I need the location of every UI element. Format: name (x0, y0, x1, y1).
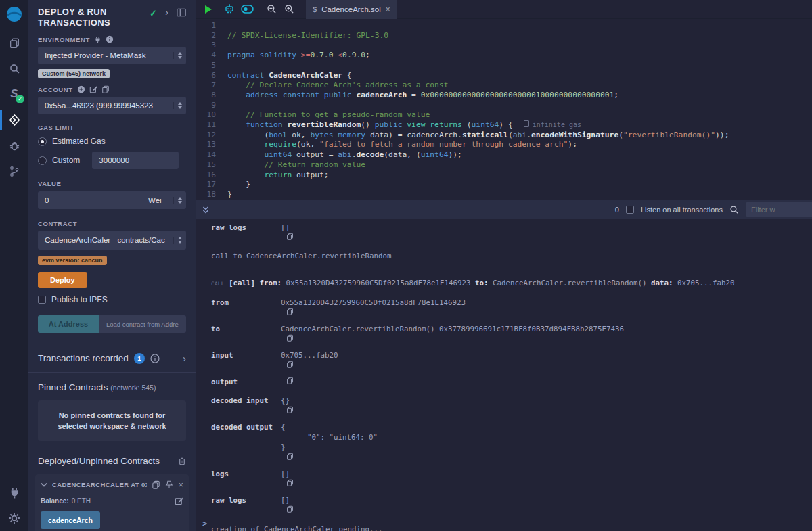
code-editor[interactable]: 12// SPDX-License-Identifier: GPL-3.034p… (196, 19, 812, 200)
code-line[interactable]: 11 function revertibleRandom() public vi… (196, 120, 812, 131)
deploy-button[interactable]: Deploy (38, 272, 87, 288)
environment-info-icon[interactable] (106, 35, 114, 43)
code-line[interactable]: 17 } (196, 180, 812, 190)
code-line[interactable]: 7 // Declare Cadence Arch's address as a… (196, 80, 812, 91)
copy-icon[interactable] (286, 406, 294, 413)
collapse-panel-icon[interactable]: › (165, 8, 168, 16)
copy-icon[interactable] (286, 377, 294, 384)
environment-select[interactable]: Injected Provider - MetaMask (38, 47, 186, 64)
pin-instance-icon[interactable] (165, 480, 173, 489)
transactions-recorded-label: Transactions recorded (38, 353, 129, 363)
code-line[interactable]: 12 (bool ok, bytes memory data) = cadenc… (196, 131, 812, 141)
sign-message-icon[interactable] (89, 85, 97, 93)
code-line[interactable]: 14 uint64 output = abi.decode(data, (uin… (196, 150, 812, 160)
expand-terminal-icon[interactable] (202, 206, 210, 214)
code-line[interactable]: 8 address constant public cadenceArch = … (196, 91, 812, 101)
code-line[interactable]: 18} (196, 190, 812, 200)
detail-value: [] (281, 223, 294, 240)
plugin-manager-icon[interactable] (0, 480, 28, 505)
remix-logo-icon[interactable] (0, 0, 28, 30)
code-line[interactable]: 2// SPDX-License-Identifier: GPL-3.0 (196, 31, 812, 41)
cadencearch-function-button[interactable]: cadenceArch (41, 511, 100, 529)
publish-ipfs-checkbox[interactable] (38, 296, 46, 304)
copy-account-icon[interactable] (102, 85, 110, 93)
code-line[interactable]: 13 require(ok, "failed to fetch a random… (196, 140, 812, 150)
copy-icon[interactable] (286, 505, 294, 513)
transactions-info-icon[interactable] (150, 354, 160, 363)
zoom-out-icon[interactable] (263, 2, 280, 17)
contract-select[interactable]: CadenceArchCaler - contracts/Cac (38, 231, 186, 250)
line-number: 16 (196, 170, 227, 181)
contract-instance-name: CADENCEARCHCALER AT 0X (52, 481, 147, 488)
account-select[interactable]: 0x55a...46923 (999.999945323 (38, 97, 186, 114)
code-line[interactable]: 16 return output; (196, 170, 812, 181)
publish-ipfs-label: Publish to IPFS (51, 295, 108, 304)
custom-gas-radio[interactable] (38, 156, 47, 165)
at-address-input[interactable] (99, 315, 186, 333)
line-number: 11 (196, 120, 227, 131)
code-line[interactable]: 15 // Return random value (196, 160, 812, 170)
value-input[interactable] (38, 191, 141, 209)
search-icon[interactable] (0, 55, 28, 81)
transactions-expand-icon[interactable]: › (183, 352, 186, 364)
custom-gas-input[interactable] (92, 152, 179, 169)
call-log-line[interactable]: CALL [call] from: 0x55a1320D432759960C5D… (196, 278, 812, 289)
code-line[interactable]: 1 (196, 21, 812, 31)
code-line[interactable]: 9 (196, 101, 812, 111)
terminal-prompt[interactable]: > (202, 519, 207, 528)
detail-value: CadenceArchCaler.revertibleRandom() 0x37… (281, 324, 624, 342)
copy-icon[interactable] (286, 308, 294, 315)
zoom-in-icon[interactable] (280, 2, 298, 17)
at-address-button[interactable]: At Address (38, 315, 99, 333)
trash-icon[interactable] (178, 457, 186, 465)
terminal-filter-input[interactable] (746, 202, 812, 217)
code-line[interactable]: 5 (196, 61, 812, 71)
settings-gear-icon[interactable] (0, 505, 28, 531)
terminal-detail-row: output (196, 377, 812, 387)
git-icon[interactable] (0, 158, 28, 184)
tab-close-icon[interactable]: × (386, 5, 390, 14)
solidity-compiler-icon[interactable]: S ✓ (0, 81, 28, 107)
copy-icon[interactable] (286, 233, 294, 240)
terminal-detail-row: decoded output{ "0": "uint64: 0"} (196, 422, 812, 460)
tab-cadencearch-sol[interactable]: $ CadenceArch.sol × (306, 0, 397, 19)
fork-state-icon[interactable] (94, 36, 102, 43)
balance-label: Balance: (41, 497, 69, 505)
terminal-search-icon[interactable] (729, 205, 739, 214)
remove-instance-icon[interactable]: × (178, 480, 183, 490)
code-line[interactable]: 6contract CadenceArchCaler { (196, 71, 812, 81)
detail-label: raw logs (211, 495, 281, 513)
run-script-icon[interactable] (199, 2, 217, 17)
file-explorer-icon[interactable] (0, 30, 28, 55)
code-line[interactable]: 3 (196, 41, 812, 51)
chevron-down-icon[interactable] (41, 482, 47, 487)
copy-icon[interactable] (286, 453, 294, 460)
add-account-icon[interactable] (77, 85, 85, 93)
line-number: 1 (196, 21, 227, 31)
code-line[interactable]: 10 // Function to get a pseudo-random va… (196, 110, 812, 120)
pin-panel-icon[interactable] (177, 8, 186, 17)
code-line[interactable]: 4pragma solidity >=0.7.0 <0.9.0; (196, 51, 812, 61)
detail-value (281, 377, 294, 387)
value-label: VALUE (38, 180, 186, 187)
copy-instance-icon[interactable] (152, 480, 160, 489)
edit-balance-icon[interactable] (175, 497, 183, 505)
line-number: 7 (196, 80, 227, 91)
solidity-file-icon: $ (313, 5, 317, 14)
estimated-gas-radio[interactable] (38, 137, 47, 146)
debugger-icon[interactable] (0, 133, 28, 158)
copilot-toggle-icon[interactable] (238, 2, 256, 17)
deploy-run-icon[interactable] (0, 107, 28, 133)
listen-all-checkbox[interactable] (626, 206, 634, 214)
detail-value: [] (281, 469, 294, 486)
copy-icon[interactable] (286, 361, 294, 368)
ai-assistant-icon[interactable] (221, 2, 238, 17)
copy-icon[interactable] (286, 334, 294, 342)
line-number: 17 (196, 180, 227, 190)
call-tag: CALL (211, 279, 229, 289)
deploy-run-panel: DEPLOY & RUN TRANSACTIONS ✓ › ENVIRONMEN… (28, 0, 196, 531)
detail-value: {} (281, 396, 294, 413)
copy-icon[interactable] (286, 479, 294, 486)
select-arrows-icon (173, 237, 182, 244)
value-unit-select[interactable]: Wei (141, 191, 186, 209)
